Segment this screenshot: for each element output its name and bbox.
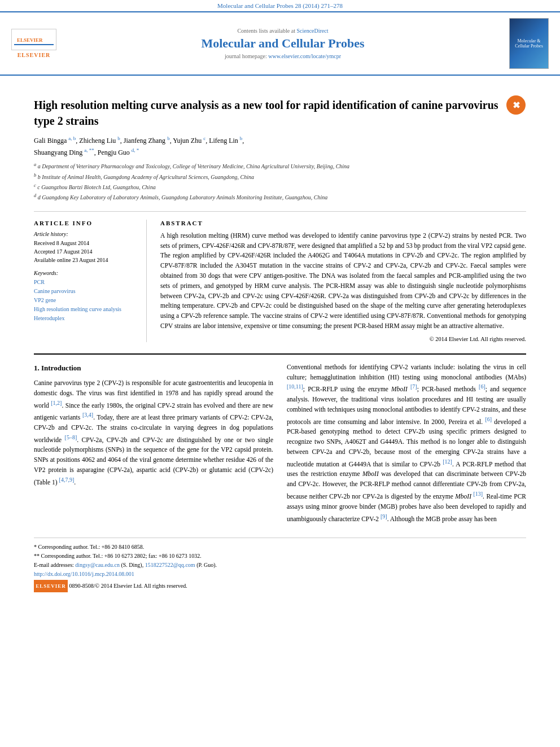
homepage-url[interactable]: www.elsevier.com/locate/ymcpr [268,53,341,59]
introduction-heading: 1. Introduction [34,362,273,374]
journal-title: Molecular and Cellular Probes [65,36,500,51]
crossmark-icon: ✖ [506,95,526,115]
journal-reference: Molecular and Cellular Probes 28 (2014) … [217,2,343,9]
footnote-email: E-mail addresses: dingsy@cau.edu.cn (S. … [34,561,526,570]
article-title: High resolution melting curve analysis a… [34,97,526,129]
keywords-label: Keywords: [34,270,137,276]
footnote-corresponding2: ** Corresponding author. Tel.: +86 10 62… [34,552,526,561]
issn-line: ELSEVIER 0890-8508/© 2014 Elsevier Ltd. … [34,580,526,593]
abstract-column: ABSTRACT A high resolution melting (HRM)… [160,220,526,342]
info-abstract-columns: ARTICLE INFO Article history: Received 8… [34,220,526,342]
copyright-notice: © 2014 Elsevier Ltd. All rights reserved… [160,336,526,342]
history-label: Article history: [34,231,137,237]
elsevier-logo-image: ELSEVIER [11,29,56,50]
keywords-list: PCR Canine parvovirus VP2 gene High reso… [34,278,137,323]
article-info-heading: ARTICLE INFO [34,220,137,226]
body-col-left: 1. Introduction Canine parvovirus type 2… [34,362,273,528]
journal-homepage: journal homepage: www.elsevier.com/locat… [65,53,500,59]
keyword-4: High resolution melting curve analysis [34,305,137,314]
keyword-5: Heteroduplex [34,314,137,323]
intro-paragraph-1: Canine parvovirus type 2 (CPV-2) is resp… [34,378,273,487]
elsevier-logo-container: ELSEVIER ELSEVIER [11,29,56,58]
elsevier-label: ELSEVIER [18,52,51,58]
accepted-date: Accepted 17 August 2014 [34,247,137,256]
main-content: ✖ High resolution melting curve analysis… [0,76,560,605]
affiliation-c: c c Guangzhou Bartzi Biotech Ltd, Guangz… [34,182,526,191]
email1[interactable]: dingsy@cau.edu.cn [75,562,120,568]
svg-text:ELSEVIER: ELSEVIER [17,37,43,43]
affiliations-section: a a Department of Veterinary Pharmacolog… [34,161,526,202]
contents-text: Contents lists available at ScienceDirec… [65,28,500,34]
article-history: Article history: Received 8 August 2014 … [34,231,137,264]
available-date: Available online 23 August 2014 [34,256,137,264]
article-info-column: ARTICLE INFO Article history: Received 8… [34,220,147,342]
abstract-heading: ABSTRACT [160,220,526,226]
email2[interactable]: 1518227522@qq.com [145,562,195,568]
authors-text: Gali Bingga a, b, Zhicheng Liu b, Jianfe… [34,137,244,156]
affiliation-b: b b Institute of Animal Health, Guangdon… [34,172,526,181]
top-bar: Molecular and Cellular Probes 28 (2014) … [0,0,560,11]
authors-line: Gali Bingga a, b, Zhicheng Liu b, Jianfe… [34,134,526,158]
affiliation-a: a a Department of Veterinary Pharmacolog… [34,161,526,171]
footnote-corresponding1: * Corresponding author. Tel.: +86 20 841… [34,543,526,552]
keyword-1: PCR [34,278,137,287]
body-columns: 1. Introduction Canine parvovirus type 2… [34,362,526,528]
body-col-right: Conventional methods for identifying CPV… [287,362,526,528]
keywords-section: Keywords: PCR Canine parvovirus VP2 gene… [34,270,137,323]
affiliation-d: d d Guangdong Key Laboratory of Laborato… [34,193,526,202]
received-date: Received 8 August 2014 [34,239,137,247]
body-section: 1. Introduction Canine parvovirus type 2… [34,353,526,528]
journal-header-center: Contents lists available at ScienceDirec… [65,28,500,59]
section-divider [34,211,526,212]
keyword-2: Canine parvovirus [34,287,137,296]
footnotes-section: * Corresponding author. Tel.: +86 20 841… [34,538,526,593]
svg-rect-2 [14,44,54,45]
journal-header: ELSEVIER ELSEVIER Contents lists availab… [0,11,560,76]
intro-paragraph-2: Conventional methods for identifying CPV… [287,362,526,524]
crossmark-badge: ✖ [506,95,526,115]
keyword-3: VP2 gene [34,296,137,305]
doi-link[interactable]: http://dx.doi.org/10.1016/j.mcp.2014.08.… [34,570,526,579]
elsevier-footer-logo: ELSEVIER [34,580,68,592]
abstract-text: A high resolution melting (HRM) curve me… [160,231,526,331]
sciencedirect-link[interactable]: ScienceDirect [296,28,328,34]
journal-cover-image: Molecular & Cellular Probes [509,18,549,69]
